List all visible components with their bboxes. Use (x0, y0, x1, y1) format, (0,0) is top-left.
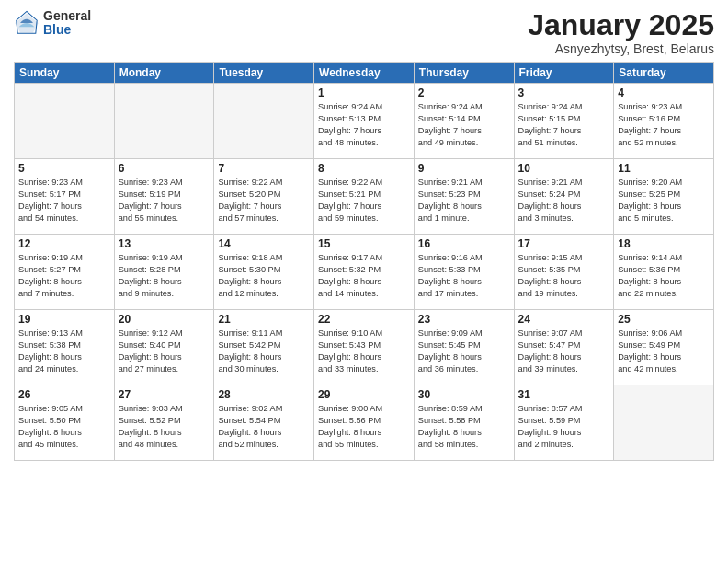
calendar-cell: 14Sunrise: 9:18 AM Sunset: 5:30 PM Dayli… (214, 235, 314, 310)
day-info: Sunrise: 9:22 AM Sunset: 5:21 PM Dayligh… (318, 177, 410, 224)
day-number: 6 (119, 162, 210, 175)
day-number: 2 (418, 86, 510, 99)
day-number: 31 (518, 388, 610, 401)
logo-icon (14, 10, 40, 36)
day-info: Sunrise: 9:11 AM Sunset: 5:42 PM Dayligh… (218, 327, 310, 375)
calendar-cell: 16Sunrise: 9:16 AM Sunset: 5:33 PM Dayli… (414, 235, 514, 310)
day-info: Sunrise: 9:16 AM Sunset: 5:33 PM Dayligh… (418, 252, 510, 300)
day-number: 25 (618, 313, 710, 326)
day-number: 8 (318, 162, 410, 175)
day-number: 5 (18, 162, 110, 175)
day-number: 11 (618, 162, 710, 175)
day-number: 18 (618, 237, 710, 250)
location-subtitle: Asnyezhytsy, Brest, Belarus (528, 41, 714, 56)
calendar-cell: 30Sunrise: 8:59 AM Sunset: 5:58 PM Dayli… (414, 385, 514, 461)
day-number: 16 (418, 237, 510, 250)
day-number: 3 (518, 86, 610, 99)
header-thursday: Thursday (414, 63, 514, 84)
header-tuesday: Tuesday (214, 63, 314, 84)
calendar-cell: 24Sunrise: 9:07 AM Sunset: 5:47 PM Dayli… (514, 310, 614, 385)
calendar-cell: 6Sunrise: 9:23 AM Sunset: 5:19 PM Daylig… (114, 159, 214, 235)
day-info: Sunrise: 9:09 AM Sunset: 5:45 PM Dayligh… (418, 327, 510, 375)
day-info: Sunrise: 9:17 AM Sunset: 5:32 PM Dayligh… (318, 252, 410, 300)
calendar-cell: 20Sunrise: 9:12 AM Sunset: 5:40 PM Dayli… (114, 310, 214, 385)
day-info: Sunrise: 8:59 AM Sunset: 5:58 PM Dayligh… (418, 403, 510, 451)
day-number: 12 (18, 237, 110, 250)
header-monday: Monday (114, 63, 214, 84)
day-number: 21 (218, 313, 310, 326)
day-number: 4 (618, 86, 710, 99)
calendar-cell (614, 385, 714, 461)
day-info: Sunrise: 9:02 AM Sunset: 5:54 PM Dayligh… (218, 403, 310, 451)
day-info: Sunrise: 9:03 AM Sunset: 5:52 PM Dayligh… (119, 403, 210, 451)
calendar-cell: 12Sunrise: 9:19 AM Sunset: 5:27 PM Dayli… (15, 235, 115, 310)
day-number: 28 (218, 388, 310, 401)
header-friday: Friday (514, 63, 614, 84)
calendar-body: 1Sunrise: 9:24 AM Sunset: 5:13 PM Daylig… (15, 84, 714, 461)
calendar-cell: 27Sunrise: 9:03 AM Sunset: 5:52 PM Dayli… (114, 385, 214, 461)
day-number: 10 (518, 162, 610, 175)
day-info: Sunrise: 9:06 AM Sunset: 5:49 PM Dayligh… (618, 327, 710, 375)
calendar-cell: 3Sunrise: 9:24 AM Sunset: 5:15 PM Daylig… (514, 84, 614, 159)
day-number: 14 (218, 237, 310, 250)
calendar-table: Sunday Monday Tuesday Wednesday Thursday… (14, 62, 714, 461)
logo: General Blue (14, 9, 91, 38)
calendar-cell: 23Sunrise: 9:09 AM Sunset: 5:45 PM Dayli… (414, 310, 514, 385)
calendar-cell: 11Sunrise: 9:20 AM Sunset: 5:25 PM Dayli… (614, 159, 714, 235)
day-info: Sunrise: 9:14 AM Sunset: 5:36 PM Dayligh… (618, 252, 710, 300)
day-info: Sunrise: 9:21 AM Sunset: 5:24 PM Dayligh… (518, 177, 610, 224)
day-number: 20 (119, 313, 210, 326)
calendar-cell: 9Sunrise: 9:21 AM Sunset: 5:23 PM Daylig… (414, 159, 514, 235)
day-info: Sunrise: 9:12 AM Sunset: 5:40 PM Dayligh… (119, 327, 210, 375)
day-number: 19 (18, 313, 110, 326)
day-info: Sunrise: 9:24 AM Sunset: 5:13 PM Dayligh… (318, 101, 410, 149)
page: General Blue January 2025 Asnyezhytsy, B… (0, 0, 728, 563)
calendar-cell: 7Sunrise: 9:22 AM Sunset: 5:20 PM Daylig… (214, 159, 314, 235)
calendar-cell: 29Sunrise: 9:00 AM Sunset: 5:56 PM Dayli… (314, 385, 415, 461)
calendar-cell: 26Sunrise: 9:05 AM Sunset: 5:50 PM Dayli… (15, 385, 115, 461)
day-info: Sunrise: 9:24 AM Sunset: 5:15 PM Dayligh… (518, 101, 610, 149)
day-number: 30 (418, 388, 510, 401)
day-number: 24 (518, 313, 610, 326)
calendar-cell: 17Sunrise: 9:15 AM Sunset: 5:35 PM Dayli… (514, 235, 614, 310)
week-row-2: 5Sunrise: 9:23 AM Sunset: 5:17 PM Daylig… (15, 159, 714, 235)
week-row-4: 19Sunrise: 9:13 AM Sunset: 5:38 PM Dayli… (15, 310, 714, 385)
day-info: Sunrise: 9:24 AM Sunset: 5:14 PM Dayligh… (418, 101, 510, 149)
calendar-cell (15, 84, 115, 159)
title-block: January 2025 Asnyezhytsy, Brest, Belarus (528, 9, 714, 56)
calendar-cell: 18Sunrise: 9:14 AM Sunset: 5:36 PM Dayli… (614, 235, 714, 310)
day-number: 7 (218, 162, 310, 175)
calendar-cell: 10Sunrise: 9:21 AM Sunset: 5:24 PM Dayli… (514, 159, 614, 235)
calendar-cell: 19Sunrise: 9:13 AM Sunset: 5:38 PM Dayli… (15, 310, 115, 385)
day-info: Sunrise: 9:20 AM Sunset: 5:25 PM Dayligh… (618, 177, 710, 224)
calendar-cell: 15Sunrise: 9:17 AM Sunset: 5:32 PM Dayli… (314, 235, 415, 310)
day-info: Sunrise: 9:10 AM Sunset: 5:43 PM Dayligh… (318, 327, 410, 375)
week-row-5: 26Sunrise: 9:05 AM Sunset: 5:50 PM Dayli… (15, 385, 714, 461)
logo-general-text: General (43, 9, 91, 23)
day-number: 23 (418, 313, 510, 326)
day-info: Sunrise: 9:13 AM Sunset: 5:38 PM Dayligh… (18, 327, 110, 375)
day-number: 26 (18, 388, 110, 401)
header-sunday: Sunday (15, 63, 115, 84)
logo-text: General Blue (43, 9, 91, 38)
day-info: Sunrise: 9:21 AM Sunset: 5:23 PM Dayligh… (418, 177, 510, 224)
header: General Blue January 2025 Asnyezhytsy, B… (14, 9, 714, 56)
calendar-cell: 28Sunrise: 9:02 AM Sunset: 5:54 PM Dayli… (214, 385, 314, 461)
day-info: Sunrise: 8:57 AM Sunset: 5:59 PM Dayligh… (518, 403, 610, 451)
month-title: January 2025 (528, 9, 714, 41)
day-number: 9 (418, 162, 510, 175)
day-number: 1 (318, 86, 410, 99)
day-info: Sunrise: 9:00 AM Sunset: 5:56 PM Dayligh… (318, 403, 410, 451)
day-info: Sunrise: 9:23 AM Sunset: 5:19 PM Dayligh… (119, 177, 210, 224)
day-info: Sunrise: 9:05 AM Sunset: 5:50 PM Dayligh… (18, 403, 110, 451)
calendar-cell: 1Sunrise: 9:24 AM Sunset: 5:13 PM Daylig… (314, 84, 415, 159)
header-saturday: Saturday (614, 63, 714, 84)
day-info: Sunrise: 9:15 AM Sunset: 5:35 PM Dayligh… (518, 252, 610, 300)
day-info: Sunrise: 9:23 AM Sunset: 5:16 PM Dayligh… (618, 101, 710, 149)
day-info: Sunrise: 9:19 AM Sunset: 5:27 PM Dayligh… (18, 252, 110, 300)
day-number: 22 (318, 313, 410, 326)
day-number: 17 (518, 237, 610, 250)
week-row-3: 12Sunrise: 9:19 AM Sunset: 5:27 PM Dayli… (15, 235, 714, 310)
day-info: Sunrise: 9:18 AM Sunset: 5:30 PM Dayligh… (218, 252, 310, 300)
header-wednesday: Wednesday (314, 63, 415, 84)
